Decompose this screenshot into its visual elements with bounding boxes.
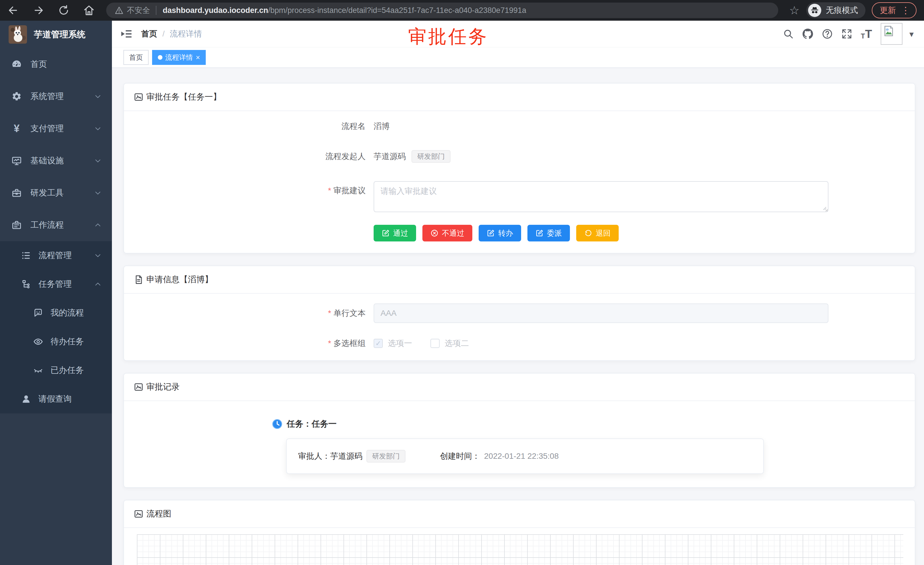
timeline-task-title: 任务：任务一 xyxy=(286,418,337,430)
avatar-caret-icon[interactable]: ▾ xyxy=(909,29,914,39)
card-header: 流程图 xyxy=(124,500,915,528)
bookmark-star-icon[interactable]: ☆ xyxy=(789,5,800,16)
checkbox-option-2[interactable]: 选项二 xyxy=(430,338,469,349)
sidebar-item-label: 请假查询 xyxy=(39,393,72,405)
breadcrumb: 首页 / 流程详情 xyxy=(141,29,202,39)
edit-icon xyxy=(536,229,543,237)
breadcrumb-home[interactable]: 首页 xyxy=(141,29,157,39)
dashboard-icon xyxy=(12,59,22,69)
tag-process-detail[interactable]: 流程详情 × xyxy=(152,50,206,65)
sidebar-item-workflow[interactable]: 工作流程 xyxy=(0,209,112,241)
opinion-textarea[interactable] xyxy=(374,181,828,212)
url-host[interactable]: dashboard.yudao.iocoder.cn xyxy=(163,6,268,15)
chevron-up-icon xyxy=(94,221,102,229)
sidebar-item-label: 研发工具 xyxy=(30,187,64,199)
breadcrumb-current: 流程详情 xyxy=(170,29,202,39)
sidebar-item-system[interactable]: 系统管理 xyxy=(0,80,112,113)
button-label: 通过 xyxy=(393,228,408,238)
security-label[interactable]: 不安全 xyxy=(127,5,150,15)
sidebar-item-devtools[interactable]: 研发工具 xyxy=(0,177,112,209)
sidebar-item-label: 首页 xyxy=(30,59,47,70)
address-bar[interactable]: 不安全 dashboard.yudao.iocoder.cn /bpm/proc… xyxy=(106,3,778,18)
forward-icon[interactable] xyxy=(33,5,44,16)
chevron-down-icon xyxy=(94,189,102,197)
sidebar-item-todo-tasks[interactable]: 待办任务 xyxy=(0,327,112,356)
field-label-required: 审批建议 xyxy=(124,181,374,196)
picture-icon xyxy=(134,382,144,392)
font-size-icon[interactable]: TT xyxy=(861,28,872,40)
return-button[interactable]: 退回 xyxy=(576,225,619,242)
reload-icon[interactable] xyxy=(58,5,69,16)
single-text-input[interactable] xyxy=(374,304,828,323)
sidebar-item-done-tasks[interactable]: 已办任务 xyxy=(0,356,112,385)
form-row-checkbox-group: 多选框组 ✓ 选项一 选项二 xyxy=(124,338,903,349)
form-row-single-text: 单行文本 xyxy=(124,304,903,323)
sidebar-item-label: 基础设施 xyxy=(30,155,64,167)
not-secure-icon[interactable] xyxy=(115,6,123,15)
card-title: 审批任务【任务一】 xyxy=(146,91,221,103)
card-body: 任务：任务一 审批人： 芋道源码 研发部门 创建时间： 2022-01-21 2… xyxy=(124,401,915,487)
sidebar-item-home[interactable]: 首页 xyxy=(0,48,112,80)
card-body xyxy=(124,528,915,565)
menu-kebab-icon[interactable]: ⋮ xyxy=(901,6,910,15)
dept-tag: 研发部门 xyxy=(366,450,405,463)
search-icon[interactable] xyxy=(783,29,794,39)
checkbox-unchecked-icon[interactable] xyxy=(430,339,440,348)
bpmn-canvas-grid[interactable] xyxy=(137,534,903,565)
sidebar-item-task-management[interactable]: 任务管理 xyxy=(0,270,112,299)
url-path[interactable]: /bpm/process-instance/detail?id=54aa251f… xyxy=(268,6,526,15)
incognito-icon xyxy=(808,4,821,17)
created-time-value: 2022-01-21 22:35:08 xyxy=(484,452,559,461)
delegate-button[interactable]: 委派 xyxy=(527,225,570,242)
checkbox-option-1[interactable]: ✓ 选项一 xyxy=(374,338,412,349)
app-logo[interactable]: 芋道管理系统 xyxy=(0,21,112,48)
sidebar-item-label: 系统管理 xyxy=(30,91,64,102)
toolbox-icon xyxy=(12,188,22,198)
button-label: 委派 xyxy=(547,228,562,238)
button-label: 退回 xyxy=(596,228,610,238)
checkbox-checked-icon[interactable]: ✓ xyxy=(374,339,383,348)
avatar[interactable] xyxy=(880,23,903,45)
help-icon[interactable] xyxy=(822,29,833,39)
initiator-value: 芋道源码 xyxy=(374,151,406,162)
browser-nav-buttons xyxy=(8,5,95,16)
approver-value: 芋道源码 xyxy=(330,451,362,462)
sidebar-item-my-process[interactable]: 我的流程 xyxy=(0,299,112,327)
close-icon[interactable]: × xyxy=(196,54,200,61)
browser-update-button[interactable]: 更新 ⋮ xyxy=(872,2,916,18)
hamburger-icon[interactable] xyxy=(120,27,133,40)
logo-rabbit-image xyxy=(9,25,27,44)
card-header: 审批任务【任务一】 xyxy=(124,84,915,111)
sidebar-item-infrastructure[interactable]: 基础设施 xyxy=(0,145,112,177)
sidebar-item-payment[interactable]: ¥ 支付管理 xyxy=(0,113,112,145)
chat-face-icon xyxy=(33,308,43,318)
reject-button[interactable]: 不通过 xyxy=(422,225,472,242)
github-icon[interactable] xyxy=(802,29,813,39)
field-label: 流程名 xyxy=(124,121,374,132)
home-icon[interactable] xyxy=(83,5,95,16)
gear-icon xyxy=(12,91,22,102)
form-row-initiator: 流程发起人 芋道源码 研发部门 xyxy=(124,150,903,163)
yen-icon: ¥ xyxy=(12,123,22,134)
sidebar-item-label: 流程管理 xyxy=(39,250,72,261)
timeline-node: 任务：任务一 xyxy=(272,418,903,430)
sidebar-item-label: 工作流程 xyxy=(30,219,64,231)
approve-button[interactable]: 通过 xyxy=(374,225,416,242)
back-icon[interactable] xyxy=(8,5,19,16)
application-info-card: 申请信息【滔博】 单行文本 多选框组 ✓ 选项一 xyxy=(123,266,915,361)
update-label[interactable]: 更新 xyxy=(880,5,896,16)
chevron-down-icon xyxy=(94,157,102,164)
card-header: 申请信息【滔博】 xyxy=(124,266,915,294)
transfer-button[interactable]: 转办 xyxy=(478,225,521,242)
sidebar-item-label: 已办任务 xyxy=(51,365,84,376)
circle-close-icon xyxy=(430,229,438,237)
field-label-required: 单行文本 xyxy=(124,308,374,319)
broken-image-icon xyxy=(883,25,894,37)
card-header: 审批记录 xyxy=(124,374,915,401)
sidebar-item-process-management[interactable]: 流程管理 xyxy=(0,241,112,270)
sidebar-item-leave-query[interactable]: 请假查询 xyxy=(0,385,112,413)
checkbox-label: 选项一 xyxy=(388,338,412,349)
document-icon xyxy=(134,275,144,284)
tag-home[interactable]: 首页 xyxy=(123,50,148,65)
fullscreen-icon[interactable] xyxy=(842,29,852,39)
